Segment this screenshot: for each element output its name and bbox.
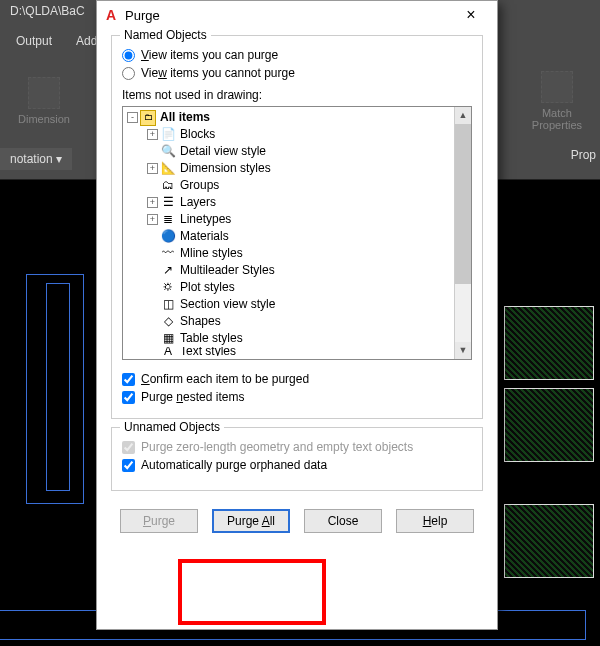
tree-item-label: Text styles: [178, 347, 236, 356]
tree-item-blocks[interactable]: + 📄 Blocks: [127, 126, 454, 143]
check-nested[interactable]: Purge nested items: [122, 390, 472, 404]
close-button[interactable]: Close: [304, 509, 382, 533]
file-path: D:\QLDA\BaC: [10, 4, 85, 18]
check-orphaned-label: Automatically purge orphaned data: [141, 458, 327, 472]
tree-item-groups[interactable]: 🗂 Groups: [127, 177, 454, 194]
tree-item-text styles[interactable]: A Text styles: [127, 347, 454, 356]
tree-item-layers[interactable]: + ☰ Layers: [127, 194, 454, 211]
tree-item-icon: ◇: [160, 314, 176, 330]
tree-item-label: Materials: [178, 228, 229, 245]
tree-item-icon: ◫: [160, 297, 176, 313]
check-zero-length-input: [122, 441, 135, 454]
panel-annotation-dropdown[interactable]: notation ▾: [0, 148, 72, 170]
tree-item-label: Blocks: [178, 126, 215, 143]
tree-item-icon: 📐: [160, 161, 176, 177]
check-zero-length-label: Purge zero-length geometry and empty tex…: [141, 440, 413, 454]
tree-item-label: Dimension styles: [178, 160, 271, 177]
legend-named: Named Objects: [120, 28, 211, 42]
expand-icon[interactable]: +: [147, 214, 158, 225]
radio-view-can-purge[interactable]: View items you can purge: [122, 48, 472, 62]
tree-item-icon: ↗: [160, 263, 176, 279]
radio-view-cannot-purge-label: View items you cannot purge: [141, 66, 295, 80]
tree-item-table styles[interactable]: ▦ Table styles: [127, 330, 454, 347]
group-unnamed-objects: Unnamed Objects Purge zero-length geomet…: [111, 427, 483, 491]
check-confirm-input[interactable]: [122, 373, 135, 386]
tree-item-multileader styles[interactable]: ↗ Multileader Styles: [127, 262, 454, 279]
tree-item-icon: 🗂: [160, 178, 176, 194]
dimension-icon: [28, 77, 60, 109]
check-nested-label: Purge nested items: [141, 390, 244, 404]
radio-view-cannot-purge-input[interactable]: [122, 67, 135, 80]
group-named-objects: Named Objects View items you can purge V…: [111, 35, 483, 419]
tree-item-icon: ⛭: [160, 280, 176, 296]
tree-item-materials[interactable]: 🔵 Materials: [127, 228, 454, 245]
tree-item-label: Mline styles: [178, 245, 243, 262]
tree-item-label: Plot styles: [178, 279, 235, 296]
check-zero-length: Purge zero-length geometry and empty tex…: [122, 440, 472, 454]
scroll-thumb[interactable]: [455, 124, 471, 284]
purge-all-button[interactable]: Purge All: [212, 509, 290, 533]
app-icon: A: [103, 7, 119, 23]
tree-item-dimension styles[interactable]: + 📐 Dimension styles: [127, 160, 454, 177]
tree-root[interactable]: - 🗀 All items: [127, 109, 454, 126]
panel-properties-label: Prop: [571, 148, 596, 162]
tree-item-icon: 〰: [160, 246, 176, 262]
purge-dialog: A Purge × Named Objects View items you c…: [96, 0, 498, 630]
panel-annotation-label: notation ▾: [10, 152, 62, 166]
tree-scrollbar[interactable]: ▲ ▼: [454, 107, 471, 359]
tree-item-label: Detail view style: [178, 143, 266, 160]
panel-dimension: Dimension: [0, 56, 88, 146]
purge-button: Purge: [120, 509, 198, 533]
tree-item-icon: ▦: [160, 331, 176, 347]
tree-item-label: Layers: [178, 194, 216, 211]
tree-item-mline styles[interactable]: 〰 Mline styles: [127, 245, 454, 262]
scroll-down-icon[interactable]: ▼: [455, 342, 471, 359]
tree-item-detail view style[interactable]: 🔍 Detail view style: [127, 143, 454, 160]
tree-item-label: Linetypes: [178, 211, 231, 228]
expand-icon[interactable]: +: [147, 197, 158, 208]
dialog-title: Purge: [125, 8, 445, 23]
collapse-icon[interactable]: -: [127, 112, 138, 123]
titlebar[interactable]: A Purge ×: [97, 1, 497, 29]
expand-icon[interactable]: +: [147, 129, 158, 140]
tree-item-section view style[interactable]: ◫ Section view style: [127, 296, 454, 313]
tree-item-icon: ☰: [160, 195, 176, 211]
folder-icon: 🗀: [140, 110, 156, 126]
tree-item-shapes[interactable]: ◇ Shapes: [127, 313, 454, 330]
radio-view-can-purge-label: View items you can purge: [141, 48, 278, 62]
radio-view-can-purge-input[interactable]: [122, 49, 135, 62]
tree-item-icon: 🔍: [160, 144, 176, 160]
tree-item-label: Section view style: [178, 296, 275, 313]
tree-item-icon: 🔵: [160, 229, 176, 245]
tree-label: Items not used in drawing:: [122, 88, 472, 102]
tree-item-icon: ≣: [160, 212, 176, 228]
button-row: Purge Purge All Close Help: [111, 499, 483, 533]
tree-item-label: Groups: [178, 177, 219, 194]
scroll-up-icon[interactable]: ▲: [455, 107, 471, 124]
close-icon[interactable]: ×: [451, 6, 491, 24]
check-confirm[interactable]: Confirm each item to be purged: [122, 372, 472, 386]
tree-container: - 🗀 All items + 📄 Blocks 🔍 Detail view s…: [122, 106, 472, 360]
tree-item-plot styles[interactable]: ⛭ Plot styles: [127, 279, 454, 296]
tab-output[interactable]: Output: [6, 30, 62, 52]
radio-view-cannot-purge[interactable]: View items you cannot purge: [122, 66, 472, 80]
tree-item-icon: 📄: [160, 127, 176, 143]
expand-icon[interactable]: +: [147, 163, 158, 174]
tree[interactable]: - 🗀 All items + 📄 Blocks 🔍 Detail view s…: [123, 107, 454, 359]
help-button[interactable]: Help: [396, 509, 474, 533]
tree-item-icon: A: [160, 347, 176, 356]
legend-unnamed: Unnamed Objects: [120, 420, 224, 434]
tree-item-linetypes[interactable]: + ≣ Linetypes: [127, 211, 454, 228]
panel-match-properties: Match Properties: [514, 56, 600, 146]
match-properties-icon: [541, 71, 573, 103]
tree-item-label: Shapes: [178, 313, 221, 330]
check-orphaned-input[interactable]: [122, 459, 135, 472]
tree-root-label: All items: [158, 109, 210, 126]
check-nested-input[interactable]: [122, 391, 135, 404]
tree-item-label: Multileader Styles: [178, 262, 275, 279]
tree-item-label: Table styles: [178, 330, 243, 347]
check-confirm-label: Confirm each item to be purged: [141, 372, 309, 386]
check-orphaned[interactable]: Automatically purge orphaned data: [122, 458, 472, 472]
panel-match-label: Match Properties: [532, 107, 582, 131]
panel-dimension-label: Dimension: [18, 113, 70, 125]
